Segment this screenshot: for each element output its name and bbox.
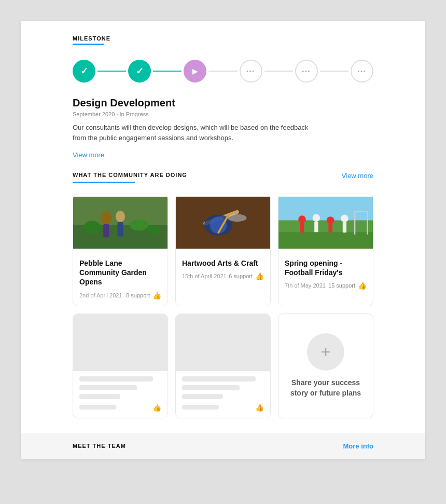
svg-point-19 bbox=[298, 215, 306, 223]
community-card-arts[interactable]: Hartwood Arts & Craft 15th of April 2021… bbox=[175, 194, 271, 306]
svg-rect-26 bbox=[343, 222, 346, 233]
milestone-meta: September 2020 · In Progress bbox=[73, 111, 373, 117]
card-football-footer: 7th of May 2021 15 support 👍 bbox=[285, 281, 367, 290]
skeleton-body-1: 👍 bbox=[73, 371, 168, 418]
svg-point-23 bbox=[327, 216, 335, 224]
card-arts-date: 15th of April 2021 bbox=[182, 273, 227, 279]
timeline-connector-2 bbox=[153, 71, 182, 72]
timeline-step-3[interactable]: ▶ bbox=[184, 60, 206, 83]
milestone-underline bbox=[73, 44, 104, 45]
milestone-timeline: ✓ ✓ ▶ ••• ••• ••• bbox=[73, 60, 373, 83]
page-container: MILESTONE ✓ ✓ ▶ ••• bbox=[21, 21, 425, 459]
community-header: WHAT THE COMMUNITY ARE DOING View more bbox=[73, 172, 373, 180]
checkmark-icon-2: ✓ bbox=[136, 65, 144, 77]
timeline-connector-5 bbox=[320, 71, 349, 72]
skeleton-line-2a bbox=[182, 376, 256, 382]
timeline-connector-1 bbox=[97, 71, 126, 72]
card-image-football bbox=[278, 194, 373, 251]
thumbs-up-icon-garden[interactable]: 👍 bbox=[152, 291, 161, 299]
timeline-step-4[interactable]: ••• bbox=[240, 60, 262, 83]
skeleton-line-2b bbox=[182, 385, 240, 390]
checkmark-icon-1: ✓ bbox=[80, 65, 88, 77]
timeline-step-6[interactable]: ••• bbox=[351, 60, 373, 83]
skeleton-footer-left-1 bbox=[79, 405, 116, 410]
share-text: Share your success story or future plans bbox=[287, 378, 365, 398]
skeleton-footer-left-2 bbox=[182, 405, 219, 410]
dots-icon-5: ••• bbox=[302, 69, 311, 74]
svg-rect-28 bbox=[354, 211, 368, 212]
dots-icon-6: ••• bbox=[358, 69, 367, 74]
card-football-title: Spring opening - Football Friday's bbox=[285, 258, 367, 277]
card-garden-support: 8 support 👍 bbox=[126, 291, 161, 299]
share-plus-circle[interactable]: + bbox=[307, 333, 344, 371]
skeleton-img-1 bbox=[73, 314, 168, 371]
card-garden-date: 2nd of April 2021 bbox=[79, 292, 122, 298]
thumbs-up-icon-football[interactable]: 👍 bbox=[358, 281, 367, 290]
milestone-section: MILESTONE ✓ ✓ ▶ ••• bbox=[21, 21, 425, 172]
timeline-step-5[interactable]: ••• bbox=[295, 60, 318, 83]
card-arts-body: Hartwood Arts & Craft 15th of April 2021… bbox=[176, 253, 270, 287]
svg-rect-17 bbox=[278, 232, 373, 249]
skeleton-line-1c bbox=[79, 394, 120, 399]
community-view-more-link[interactable]: View more bbox=[342, 172, 373, 180]
more-info-link[interactable]: More info bbox=[343, 442, 374, 450]
card-football-support: 15 support 👍 bbox=[328, 281, 367, 290]
card-image-garden bbox=[73, 194, 168, 251]
milestone-design-title: Design Development bbox=[73, 97, 373, 109]
timeline-connector-3 bbox=[208, 71, 237, 72]
timeline-step-1[interactable]: ✓ bbox=[73, 60, 95, 83]
svg-rect-27 bbox=[354, 211, 356, 235]
skeleton-card-1: 👍 bbox=[73, 314, 168, 418]
community-underline bbox=[73, 182, 135, 183]
milestone-title: MILESTONE bbox=[73, 35, 373, 42]
card-football-date: 7th of May 2021 bbox=[285, 282, 326, 289]
card-arts-support: 6 support 👍 bbox=[229, 272, 264, 280]
meet-team-title: MEET THE TEAM bbox=[73, 443, 126, 449]
thumbs-up-icon-skeleton-2: 👍 bbox=[255, 403, 264, 412]
svg-rect-5 bbox=[118, 222, 123, 236]
thumbs-up-icon-arts[interactable]: 👍 bbox=[255, 272, 264, 280]
skeleton-footer-1: 👍 bbox=[79, 403, 161, 412]
milestone-description: Our consultants will then develop design… bbox=[73, 122, 311, 143]
skeleton-line-2c bbox=[182, 394, 223, 399]
skeleton-img-2 bbox=[176, 314, 270, 371]
card-arts-footer: 15th of April 2021 6 support 👍 bbox=[182, 272, 264, 280]
svg-point-25 bbox=[341, 215, 349, 223]
play-icon: ▶ bbox=[192, 67, 198, 75]
community-cards-grid: Pebble Lane Community Garden Opens 2nd o… bbox=[73, 194, 373, 306]
community-card-football[interactable]: Spring opening - Football Friday's 7th o… bbox=[278, 194, 373, 306]
svg-rect-18 bbox=[278, 197, 373, 221]
community-cards-grid-bottom: 👍 👍 + bbox=[73, 314, 373, 418]
svg-rect-3 bbox=[103, 224, 109, 237]
svg-rect-22 bbox=[314, 222, 318, 232]
svg-point-6 bbox=[83, 221, 101, 234]
card-garden-title: Pebble Lane Community Garden Opens bbox=[79, 258, 161, 287]
meet-team-section: MEET THE TEAM More info bbox=[21, 433, 425, 459]
svg-point-14 bbox=[228, 214, 246, 222]
svg-rect-20 bbox=[300, 223, 304, 233]
community-card-garden[interactable]: Pebble Lane Community Garden Opens 2nd o… bbox=[73, 194, 168, 306]
skeleton-footer-2: 👍 bbox=[182, 403, 264, 412]
community-section-title: WHAT THE COMMUNITY ARE DOING bbox=[73, 172, 187, 178]
card-arts-title: Hartwood Arts & Craft bbox=[182, 258, 264, 268]
card-garden-footer: 2nd of April 2021 8 support 👍 bbox=[79, 291, 161, 299]
svg-point-21 bbox=[313, 214, 320, 222]
skeleton-line-1b bbox=[79, 385, 137, 390]
plus-icon: + bbox=[321, 344, 331, 360]
card-garden-body: Pebble Lane Community Garden Opens 2nd o… bbox=[73, 253, 168, 306]
timeline-step-2[interactable]: ✓ bbox=[128, 60, 151, 83]
community-section: WHAT THE COMMUNITY ARE DOING View more bbox=[21, 172, 425, 433]
svg-rect-24 bbox=[328, 224, 332, 233]
svg-point-7 bbox=[130, 220, 148, 231]
timeline-connector-4 bbox=[264, 71, 293, 72]
svg-point-2 bbox=[101, 211, 112, 224]
card-image-arts bbox=[176, 194, 270, 251]
svg-rect-29 bbox=[367, 211, 368, 235]
milestone-view-more-link[interactable]: View more bbox=[73, 151, 104, 159]
svg-point-4 bbox=[116, 211, 125, 222]
dots-icon-4: ••• bbox=[246, 69, 255, 74]
skeleton-line-1a bbox=[79, 376, 153, 382]
share-story-card[interactable]: + Share your success story or future pla… bbox=[278, 314, 373, 418]
skeleton-card-2: 👍 bbox=[175, 314, 271, 418]
svg-point-8 bbox=[147, 225, 160, 235]
